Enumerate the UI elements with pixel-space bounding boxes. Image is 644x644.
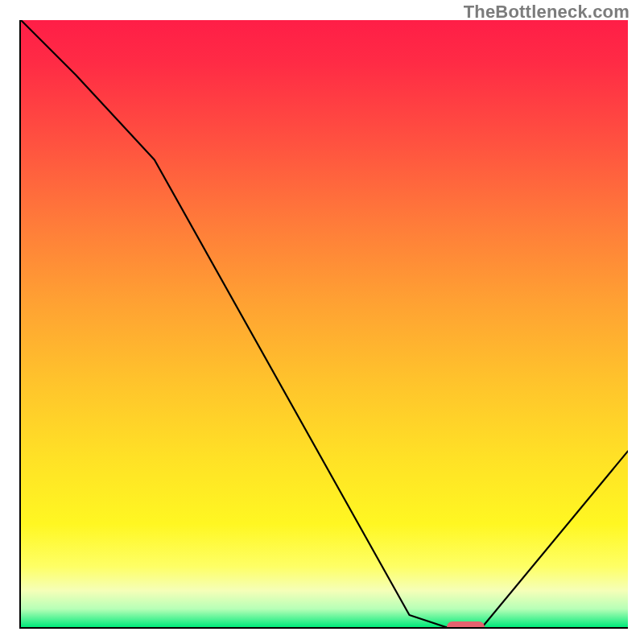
chart-container: TheBottleneck.com [0, 0, 644, 644]
plot-area [19, 20, 628, 629]
optimal-marker [447, 621, 485, 629]
bottleneck-curve [21, 20, 628, 627]
